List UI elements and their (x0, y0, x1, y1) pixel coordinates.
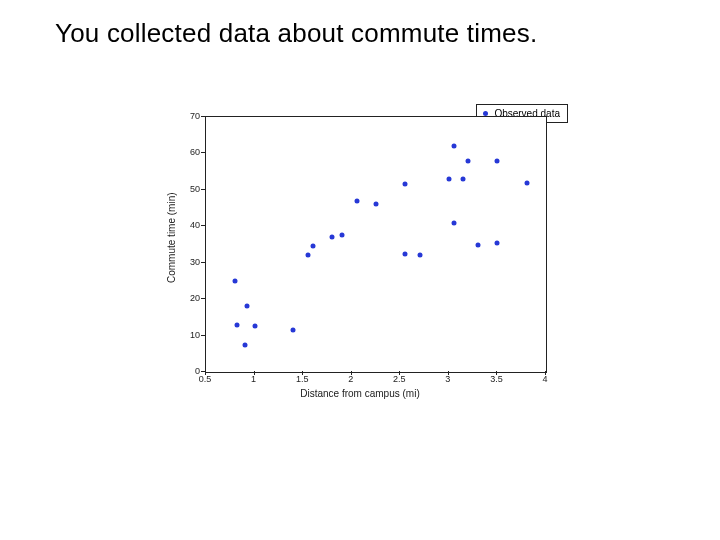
data-point (446, 176, 451, 181)
y-tick-mark (201, 371, 205, 372)
data-point (495, 158, 500, 163)
y-tick-label: 70 (170, 111, 200, 121)
data-point (354, 198, 359, 203)
x-tick-label: 3.5 (490, 374, 503, 384)
data-point (235, 322, 240, 327)
y-tick-mark (201, 225, 205, 226)
x-tick-label: 2 (348, 374, 353, 384)
y-tick-mark (201, 262, 205, 263)
data-point (244, 304, 249, 309)
y-tick-mark (201, 335, 205, 336)
data-point (417, 253, 422, 258)
data-point (242, 342, 247, 347)
x-tick-label: 1.5 (296, 374, 309, 384)
x-tick-label: 0.5 (199, 374, 212, 384)
data-point (340, 233, 345, 238)
data-point (403, 182, 408, 187)
data-point (291, 328, 296, 333)
y-tick-label: 20 (170, 293, 200, 303)
page-title: You collected data about commute times. (55, 18, 537, 49)
x-axis-label: Distance from campus (mi) (160, 388, 560, 399)
x-tick-label: 2.5 (393, 374, 406, 384)
data-point (461, 176, 466, 181)
x-tick-label: 3 (445, 374, 450, 384)
data-point (330, 235, 335, 240)
plot-area (205, 116, 547, 373)
data-point (466, 158, 471, 163)
x-tick-label: 1 (251, 374, 256, 384)
data-point (451, 220, 456, 225)
y-tick-mark (201, 298, 205, 299)
data-point (310, 244, 315, 249)
slide: You collected data about commute times. … (0, 0, 720, 540)
y-tick-label: 10 (170, 330, 200, 340)
data-point (451, 144, 456, 149)
y-axis-label: Commute time (min) (166, 192, 177, 283)
data-point (495, 240, 500, 245)
data-point (476, 242, 481, 247)
data-point (524, 180, 529, 185)
data-point (403, 251, 408, 256)
data-point (374, 202, 379, 207)
y-tick-label: 0 (170, 366, 200, 376)
y-tick-mark (201, 116, 205, 117)
data-point (233, 278, 238, 283)
commute-scatter-chart: Observed data 0.511.522.533.54 010203040… (160, 108, 560, 408)
y-tick-mark (201, 152, 205, 153)
data-point (252, 324, 257, 329)
y-tick-label: 60 (170, 147, 200, 157)
x-tick-label: 4 (542, 374, 547, 384)
data-point (306, 253, 311, 258)
y-tick-mark (201, 189, 205, 190)
